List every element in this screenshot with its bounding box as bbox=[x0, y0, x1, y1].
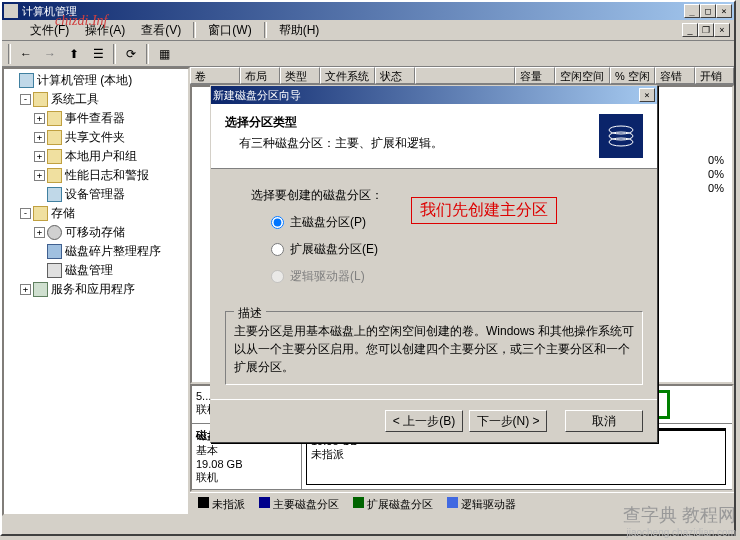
percent-column: 0% 0% 0% bbox=[706, 152, 726, 198]
menu-window[interactable]: 窗口(W) bbox=[202, 20, 257, 41]
show-hide-button[interactable]: ☰ bbox=[87, 43, 109, 65]
tree-devmgr[interactable]: 设备管理器 bbox=[6, 185, 186, 204]
collapse-icon[interactable]: - bbox=[20, 94, 31, 105]
expand-icon[interactable]: + bbox=[34, 170, 45, 181]
col-fs[interactable]: 文件系统 bbox=[320, 67, 375, 84]
main-titlebar: 计算机管理 _ □ × bbox=[2, 2, 734, 20]
child-minimize-button[interactable]: _ bbox=[682, 23, 698, 37]
menu-app-icon bbox=[6, 23, 20, 37]
minimize-button[interactable]: _ bbox=[684, 4, 700, 18]
back-button[interactable]: < 上一步(B) bbox=[385, 410, 463, 432]
up-button[interactable]: ⬆ bbox=[63, 43, 85, 65]
col-type[interactable]: 类型 bbox=[280, 67, 320, 84]
list-view-button[interactable]: ▦ bbox=[153, 43, 175, 65]
tree-root[interactable]: 计算机管理 (本地) bbox=[6, 71, 186, 90]
disk-size: 19.08 GB bbox=[196, 458, 297, 470]
toolbar: ← → ⬆ ☰ ⟳ ▦ bbox=[2, 40, 734, 66]
refresh-button[interactable]: ⟳ bbox=[120, 43, 142, 65]
watermark-sub: jiaocheng.chazidian.com bbox=[623, 527, 736, 538]
expand-icon[interactable]: + bbox=[34, 151, 45, 162]
tree-shared[interactable]: +共享文件夹 bbox=[6, 128, 186, 147]
radio-label: 主磁盘分区(P) bbox=[290, 214, 366, 231]
collapse-icon[interactable]: - bbox=[20, 208, 31, 219]
pct-val: 0% bbox=[708, 154, 724, 166]
tree-root-label: 计算机管理 (本地) bbox=[37, 72, 132, 89]
tree-perf[interactable]: +性能日志和警报 bbox=[6, 166, 186, 185]
col-overhead[interactable]: 开销 bbox=[695, 67, 734, 84]
wizard-close-button[interactable]: × bbox=[639, 88, 655, 102]
tree-diskmgmt[interactable]: 磁盘管理 bbox=[6, 261, 186, 280]
legend-label: 扩展磁盘分区 bbox=[367, 498, 433, 510]
folder-icon bbox=[47, 168, 62, 183]
watermark: 查字典 教程网 jiaocheng.chazidian.com bbox=[623, 503, 736, 538]
list-header: 卷 布局 类型 文件系统 状态 容量 空闲空间 % 空闲 容错 开销 bbox=[190, 67, 734, 85]
red-annotation: 我们先创建主分区 bbox=[411, 197, 557, 224]
tree-label: 事件查看器 bbox=[65, 110, 125, 127]
desc-legend: 描述 bbox=[234, 304, 266, 322]
overlay-watermark: chizdi.Inf bbox=[55, 13, 108, 29]
expand-icon[interactable]: + bbox=[20, 284, 31, 295]
tree-pane[interactable]: 计算机管理 (本地) -系统工具 +事件查看器 +共享文件夹 +本地用户和组 +… bbox=[2, 67, 190, 516]
col-status[interactable]: 状态 bbox=[375, 67, 415, 84]
wizard-header-subtitle: 有三种磁盘分区：主要、扩展和逻辑。 bbox=[225, 135, 599, 152]
child-close-button[interactable]: × bbox=[714, 23, 730, 37]
wizard-icon bbox=[599, 114, 643, 158]
tree-label: 磁盘管理 bbox=[65, 262, 113, 279]
legend-swatch-unalloc bbox=[198, 497, 209, 508]
wizard-titlebar: 新建磁盘分区向导 × bbox=[211, 86, 657, 104]
tree-eventviewer[interactable]: +事件查看器 bbox=[6, 109, 186, 128]
legend-label: 主要磁盘分区 bbox=[273, 498, 339, 510]
computer-icon bbox=[19, 73, 34, 88]
storage-icon bbox=[33, 206, 48, 221]
vol-status: 未指派 bbox=[311, 447, 721, 462]
col-fault[interactable]: 容错 bbox=[655, 67, 695, 84]
tree-storage[interactable]: -存储 bbox=[6, 204, 186, 223]
tree-label: 共享文件夹 bbox=[65, 129, 125, 146]
tree-users[interactable]: +本地用户和组 bbox=[6, 147, 186, 166]
close-button[interactable]: × bbox=[716, 4, 732, 18]
wizard-header-title: 选择分区类型 bbox=[225, 114, 599, 131]
tree-systools[interactable]: -系统工具 bbox=[6, 90, 186, 109]
tree-defrag[interactable]: 磁盘碎片整理程序 bbox=[6, 242, 186, 261]
app-icon bbox=[4, 4, 18, 18]
tree-label: 设备管理器 bbox=[65, 186, 125, 203]
col-volume[interactable]: 卷 bbox=[190, 67, 240, 84]
wizard-content: 选择要创建的磁盘分区： 主磁盘分区(P) 扩展磁盘分区(E) 逻辑驱动器(L) … bbox=[211, 169, 657, 305]
tree-services[interactable]: +服务和应用程序 bbox=[6, 280, 186, 299]
radio-extended-input[interactable] bbox=[271, 243, 284, 256]
radio-logical-input bbox=[271, 270, 284, 283]
child-restore-button[interactable]: ❐ bbox=[698, 23, 714, 37]
tree-label: 本地用户和组 bbox=[65, 148, 137, 165]
desc-text: 主要分区是用基本磁盘上的空闲空间创建的卷。Windows 和其他操作系统可以从一… bbox=[234, 324, 634, 374]
col-pctfree[interactable]: % 空闲 bbox=[610, 67, 655, 84]
menu-view[interactable]: 查看(V) bbox=[135, 20, 187, 41]
menu-help[interactable]: 帮助(H) bbox=[273, 20, 326, 41]
maximize-button[interactable]: □ bbox=[700, 4, 716, 18]
partition-wizard-dialog: 新建磁盘分区向导 × 选择分区类型 有三种磁盘分区：主要、扩展和逻辑。 选择要创… bbox=[210, 85, 658, 443]
radio-logical: 逻辑驱动器(L) bbox=[271, 268, 617, 285]
services-icon bbox=[33, 282, 48, 297]
col-layout[interactable]: 布局 bbox=[240, 67, 280, 84]
col-free[interactable]: 空闲空间 bbox=[555, 67, 610, 84]
expand-icon[interactable]: + bbox=[34, 227, 45, 238]
cancel-button[interactable]: 取消 bbox=[565, 410, 643, 432]
forward-button[interactable]: → bbox=[39, 43, 61, 65]
wizard-header: 选择分区类型 有三种磁盘分区：主要、扩展和逻辑。 bbox=[211, 104, 657, 169]
col-capacity[interactable]: 容量 bbox=[515, 67, 555, 84]
legend-label: 未指派 bbox=[212, 498, 245, 510]
main-title: 计算机管理 bbox=[22, 4, 684, 19]
radio-extended[interactable]: 扩展磁盘分区(E) bbox=[271, 241, 617, 258]
next-button[interactable]: 下一步(N) > bbox=[469, 410, 547, 432]
radio-primary-input[interactable] bbox=[271, 216, 284, 229]
tree-label: 存储 bbox=[51, 205, 75, 222]
radio-label: 逻辑驱动器(L) bbox=[290, 268, 365, 285]
folder-icon bbox=[47, 149, 62, 164]
disk-icon bbox=[47, 225, 62, 240]
back-button[interactable]: ← bbox=[15, 43, 37, 65]
tree-removable[interactable]: +可移动存储 bbox=[6, 223, 186, 242]
expand-icon[interactable]: + bbox=[34, 132, 45, 143]
tree-label: 可移动存储 bbox=[65, 224, 125, 241]
tree-label: 系统工具 bbox=[51, 91, 99, 108]
col-spacer[interactable] bbox=[415, 67, 515, 84]
expand-icon[interactable]: + bbox=[34, 113, 45, 124]
